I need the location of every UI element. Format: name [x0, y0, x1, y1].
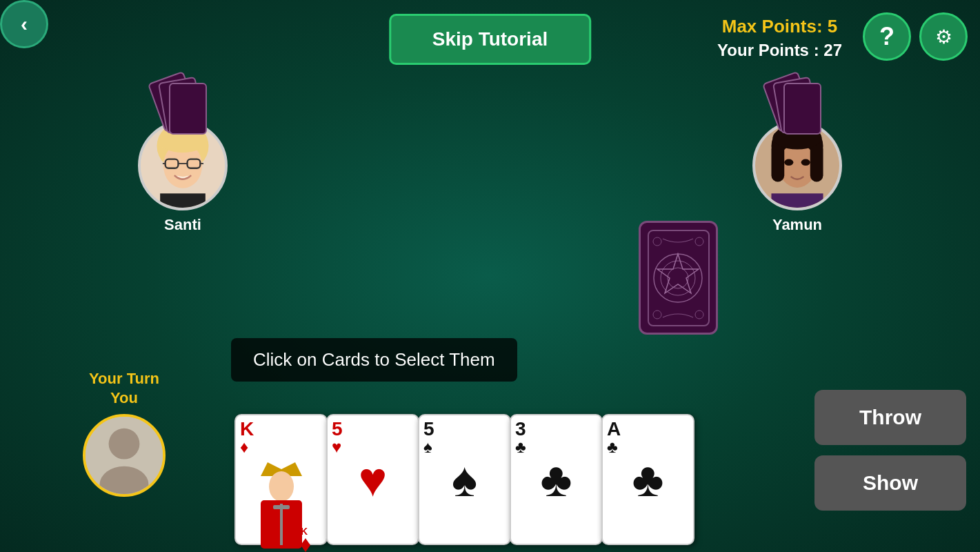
skip-tutorial-label: Skip Tutorial — [432, 28, 548, 50]
throw-label: Throw — [859, 406, 921, 429]
card-rank: 5 — [423, 420, 506, 439]
card-suit-top: ♦ — [240, 439, 322, 455]
card-3-clubs[interactable]: 3 ♣ ♣ — [510, 414, 603, 545]
points-display: Max Points: 5 Your Points : 27 — [717, 14, 842, 62]
svg-rect-13 — [771, 143, 784, 181]
player-you: Your TurnYou — [83, 369, 166, 497]
yamun-cards-stack — [770, 83, 825, 117]
svg-point-16 — [784, 159, 793, 166]
back-button[interactable]: ‹ — [0, 0, 48, 48]
hand-cards: K ♦ K 5 ♥ ♥ 5 ♠ — [234, 414, 694, 552]
card-rank: K — [240, 420, 322, 439]
svg-rect-19 — [649, 233, 708, 323]
card-center-suit: ♣ — [632, 452, 664, 507]
yamun-card-3 — [783, 83, 821, 135]
player-santi: Santi — [138, 83, 228, 234]
svg-point-32 — [269, 471, 294, 502]
show-label: Show — [863, 471, 918, 495]
svg-rect-14 — [810, 143, 823, 181]
settings-icon: ⚙ — [935, 26, 952, 48]
svg-rect-35 — [273, 505, 290, 509]
player-yamun: Yamun — [752, 83, 842, 234]
show-button[interactable]: Show — [814, 455, 966, 511]
settings-button[interactable]: ⚙ — [919, 12, 968, 61]
svg-point-29 — [109, 428, 140, 460]
your-points: Your Points : 27 — [717, 39, 842, 62]
card-rank: 3 — [515, 420, 597, 439]
card-design — [648, 230, 710, 326]
tooltip-text: Click on Cards to Select Them — [253, 349, 495, 370]
svg-text:K: K — [301, 526, 308, 537]
back-icon: ‹ — [21, 12, 28, 36]
card-rank: 5 — [332, 420, 414, 439]
your-turn-label: Your TurnYou — [89, 369, 159, 408]
svg-rect-18 — [771, 193, 823, 208]
svg-marker-36 — [301, 538, 310, 552]
card-center-suit: ♣ — [541, 452, 572, 507]
svg-point-17 — [801, 159, 810, 166]
card-center-suit: ♥ — [359, 452, 388, 507]
instruction-tooltip: Click on Cards to Select Them — [231, 338, 517, 382]
card-5-hearts[interactable]: 5 ♥ ♥ — [326, 414, 419, 545]
help-icon: ? — [879, 22, 894, 51]
card-center-suit: ♠ — [452, 452, 477, 507]
santi-cards-stack — [155, 83, 210, 117]
max-points: Max Points: 5 — [717, 14, 842, 39]
santi-card-3 — [169, 83, 207, 135]
throw-button[interactable]: Throw — [814, 390, 966, 445]
yamun-name: Yamun — [772, 216, 822, 234]
help-button[interactable]: ? — [863, 12, 911, 61]
card-rank: A — [607, 420, 689, 439]
santi-name: Santi — [164, 216, 201, 234]
card-king-diamonds[interactable]: K ♦ K — [234, 414, 328, 545]
action-buttons: Throw Show — [814, 390, 966, 511]
svg-rect-9 — [160, 193, 206, 208]
center-card — [639, 221, 718, 335]
skip-tutorial-button[interactable]: Skip Tutorial — [389, 14, 592, 65]
card-ace-clubs[interactable]: A ♣ ♣ — [601, 414, 694, 545]
your-avatar — [83, 414, 166, 497]
card-5-spades[interactable]: 5 ♠ ♠ — [418, 414, 511, 545]
